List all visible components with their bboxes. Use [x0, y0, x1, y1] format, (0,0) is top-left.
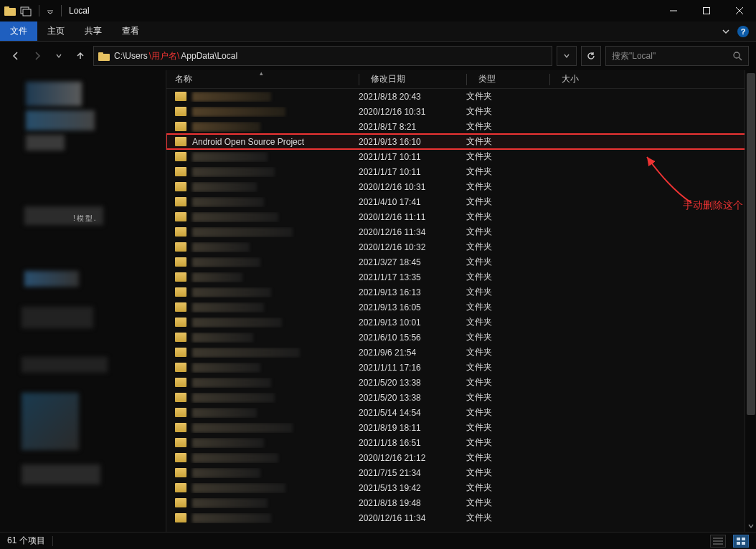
table-row[interactable]: Android Open Source Project2021/9/13 16:… [166, 134, 756, 149]
svg-rect-9 [742, 538, 745, 540]
cell-name [175, 423, 359, 433]
svg-rect-10 [737, 542, 740, 545]
cell-name [175, 498, 359, 508]
search-input[interactable] [612, 51, 732, 61]
table-row[interactable]: 2021/9/6 21:54文件夹 [166, 345, 756, 360]
qat-open-icon[interactable] [20, 5, 32, 16]
navigation-pane[interactable]: !模型. [0, 70, 166, 532]
ribbon-collapse-icon[interactable] [722, 27, 730, 36]
vertical-scrollbar[interactable] [745, 70, 756, 532]
cell-type: 文件夹 [466, 482, 549, 494]
table-row[interactable]: 2021/4/10 17:41文件夹 [166, 194, 756, 209]
table-row[interactable]: 2021/8/17 8:21文件夹 [166, 119, 756, 134]
column-name-header[interactable]: 名称 [175, 73, 359, 85]
nav-forward-button[interactable] [29, 47, 46, 65]
redacted-name [192, 242, 250, 252]
column-size-header[interactable]: 大小 [549, 73, 600, 85]
nav-history-dropdown[interactable] [50, 47, 67, 65]
table-row[interactable]: 2020/12/16 10:31文件夹 [166, 104, 756, 119]
maximize-button[interactable] [690, 0, 723, 22]
table-row[interactable]: 2021/5/20 13:38文件夹 [166, 375, 756, 390]
svg-point-7 [734, 52, 740, 58]
address-folder-icon [98, 50, 110, 62]
refresh-button[interactable] [581, 46, 601, 66]
scroll-down-icon[interactable] [745, 520, 756, 532]
table-row[interactable]: 2021/5/14 14:54文件夹 [166, 405, 756, 420]
table-row[interactable]: 2020/12/16 10:31文件夹 [166, 179, 756, 194]
address-box[interactable]: C:\Users \用户名\ AppData\Local [93, 46, 552, 66]
cell-type: 文件夹 [466, 256, 549, 268]
folder-icon [175, 468, 186, 477]
redacted-name [192, 272, 242, 282]
tab-view[interactable]: 查看 [112, 22, 149, 41]
table-row[interactable]: 2021/8/18 20:43文件夹 [166, 89, 756, 104]
table-row[interactable]: 2021/1/17 13:35文件夹 [166, 269, 756, 285]
qat-dropdown-icon[interactable] [47, 7, 54, 14]
table-row[interactable]: 2021/3/27 18:45文件夹 [166, 254, 756, 269]
breadcrumb[interactable]: C:\Users \用户名\ AppData\Local [114, 50, 237, 62]
folder-icon [175, 423, 186, 432]
cell-type: 文件夹 [466, 166, 549, 178]
table-row[interactable]: 2021/9/13 16:13文件夹 [166, 285, 756, 300]
column-date-header[interactable]: 修改日期 [359, 73, 466, 85]
table-row[interactable]: 2021/9/13 16:05文件夹 [166, 300, 756, 315]
help-icon[interactable]: ? [737, 26, 749, 37]
table-row[interactable]: 2021/9/13 10:01文件夹 [166, 315, 756, 330]
table-row[interactable]: 2020/12/16 21:12文件夹 [166, 450, 756, 465]
tab-share[interactable]: 共享 [75, 22, 112, 41]
table-row[interactable]: 2021/7/15 21:34文件夹 [166, 465, 756, 480]
search-icon[interactable] [732, 51, 742, 61]
cell-date: 2021/3/27 18:45 [359, 257, 466, 267]
address-dropdown-icon[interactable] [557, 46, 577, 66]
svg-rect-4 [704, 8, 710, 14]
svg-rect-3 [23, 9, 31, 16]
tab-file[interactable]: 文件 [0, 22, 37, 41]
cell-name [175, 287, 359, 297]
search-box[interactable] [605, 46, 749, 66]
crumb-prefix: C:\Users [114, 51, 148, 61]
column-header: ▴ 名称 修改日期 类型 大小 [166, 70, 756, 89]
nav-back-button[interactable] [7, 47, 24, 65]
svg-rect-11 [742, 542, 745, 545]
cell-type: 文件夹 [466, 241, 549, 253]
table-row[interactable]: 2021/1/11 17:16文件夹 [166, 360, 756, 375]
table-row[interactable]: 2021/1/17 10:11文件夹 [166, 164, 756, 179]
app-folder-icon [4, 5, 16, 16]
cell-name [175, 257, 359, 267]
tab-home[interactable]: 主页 [37, 22, 75, 41]
table-row[interactable]: 2020/12/16 11:34文件夹 [166, 510, 756, 525]
table-row[interactable]: 2021/1/17 10:11文件夹 [166, 149, 756, 164]
cell-name [175, 513, 359, 523]
table-row[interactable]: 2021/8/18 19:48文件夹 [166, 495, 756, 510]
cell-date: 2021/6/10 15:56 [359, 333, 466, 343]
table-row[interactable]: 2021/6/10 15:56文件夹 [166, 330, 756, 345]
file-rows: 2021/8/18 20:43文件夹2020/12/16 10:31文件夹202… [166, 89, 756, 525]
window-buttons [657, 0, 756, 22]
table-row[interactable]: 2021/5/20 13:38文件夹 [166, 390, 756, 405]
minimize-button[interactable] [657, 0, 690, 22]
table-row[interactable]: 2021/5/13 19:42文件夹 [166, 480, 756, 495]
file-list: ▴ 名称 修改日期 类型 大小 2021/8/18 20:43文件夹2020/1… [166, 70, 756, 532]
cell-name [175, 468, 359, 478]
folder-icon [175, 92, 186, 101]
table-row[interactable]: 2021/1/18 16:51文件夹 [166, 435, 756, 450]
table-row[interactable]: 2020/12/16 10:32文件夹 [166, 239, 756, 254]
cell-date: 2021/1/18 16:51 [359, 438, 466, 448]
view-large-icons-button[interactable] [733, 535, 749, 548]
folder-icon [175, 453, 186, 462]
cell-type: 文件夹 [466, 196, 549, 208]
table-row[interactable]: 2020/12/16 11:11文件夹 [166, 209, 756, 224]
view-details-button[interactable] [710, 535, 726, 548]
redacted-name [192, 348, 300, 358]
close-button[interactable] [723, 0, 756, 22]
cell-type: 文件夹 [466, 452, 549, 464]
scrollbar-thumb[interactable] [747, 73, 755, 415]
table-row[interactable]: 2020/12/16 11:34文件夹 [166, 224, 756, 239]
status-count: 61 个项目 [7, 535, 45, 547]
table-row[interactable]: 2021/8/19 18:11文件夹 [166, 420, 756, 435]
nav-up-button[interactable] [72, 47, 89, 65]
cell-name [175, 438, 359, 448]
navpane-blur [26, 135, 65, 151]
column-type-header[interactable]: 类型 [466, 73, 549, 85]
cell-date: 2021/8/17 8:21 [359, 122, 466, 132]
